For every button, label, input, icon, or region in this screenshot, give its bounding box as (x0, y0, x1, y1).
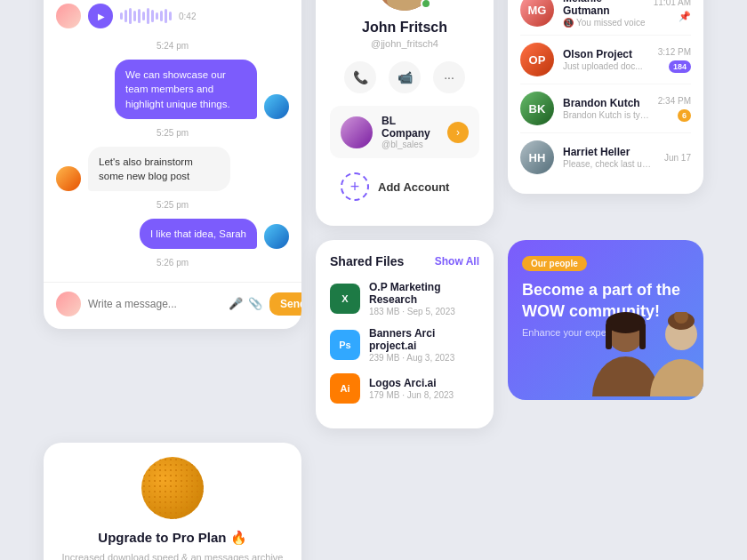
account-info: BL Company @bl_sales (382, 115, 438, 149)
cl-preview-3: Brandon Kutch is typing... (563, 110, 649, 120)
figure-1 (592, 312, 659, 400)
send-button[interactable]: Send (269, 292, 301, 316)
svg-point-3 (592, 356, 659, 396)
waveform (120, 7, 172, 25)
cl-info-2: Olson Project Just uploaded doc... (563, 48, 649, 71)
file-name-2: Banners Arci project.ai (369, 327, 479, 352)
cl-preview-4: Please, check last updates... (563, 159, 655, 169)
chatlist-item-2[interactable]: OP Olson Project Just uploaded doc... 3:… (520, 36, 691, 84)
file-name-3: Logos Arci.ai (369, 377, 479, 389)
bubble-2: Let's also brainstorm some new blog post (88, 147, 230, 191)
account-handle: @bl_sales (382, 140, 438, 149)
cl-time-2: 3:12 PM (658, 47, 691, 57)
input-icons: 🎤 📎 (229, 297, 262, 310)
files-header: Shared Files Show All (330, 254, 479, 268)
file-meta-3: 179 MB · Jun 8, 2023 (369, 390, 479, 400)
file-icon-ai: Ai (330, 373, 360, 404)
online-indicator (421, 0, 431, 9)
more-action[interactable]: ··· (433, 61, 465, 93)
account-avatar (341, 116, 373, 148)
cl-time-1: 11:01 AM (654, 0, 691, 7)
chat-messages: ▶ 0:42 5:24 pm (44, 0, 301, 278)
timestamp-2: 5:25 pm (56, 128, 289, 138)
chatlist-item-1[interactable]: MG Melanie Gutmann 📵 You missed voice ca… (520, 0, 691, 36)
missed-call-icon: 📵 (563, 18, 574, 28)
profile-card: John Fritsch @jjohn_fritsch4 📞 📹 ··· BL … (316, 0, 494, 226)
bubble-1: We can showcase our team members and hig… (115, 60, 257, 118)
file-icon-ps: Ps (330, 330, 360, 360)
svg-rect-6 (606, 323, 612, 349)
cl-time-3: 2:34 PM (658, 96, 691, 106)
sender-avatar-2 (56, 166, 81, 191)
chatlist-item-3[interactable]: BK Brandon Kutch Brandon Kutch is typing… (520, 84, 691, 133)
linked-account[interactable]: BL Company @bl_sales › (330, 106, 479, 158)
svg-point-1 (387, 0, 422, 11)
sphere-texture (141, 457, 204, 519)
cl-name-1: Melanie Gutmann (563, 0, 645, 17)
chat-input-area: 🎤 📎 Send (44, 282, 301, 329)
incoming-message-1: Let's also brainstorm some new blog post (56, 147, 289, 191)
account-name: BL Company (382, 115, 438, 140)
file-info-1: O.P Marketing Research 183 MB · Sep 5, 2… (369, 281, 479, 316)
show-all-link[interactable]: Show All (435, 255, 479, 268)
cl-right-3: 2:34 PM 6 (658, 96, 691, 122)
upgrade-subtitle: Increased download speed & an messages a… (58, 551, 287, 560)
play-icon: ▶ (98, 12, 105, 21)
file-item-1[interactable]: X O.P Marketing Research 183 MB · Sep 5,… (330, 281, 479, 316)
mic-icon[interactable]: 🎤 (229, 297, 243, 310)
message-input[interactable] (88, 298, 221, 310)
cl-avatar-3: BK (520, 92, 554, 125)
chatlist-card: 🔍 ✏ MG Melanie Gutmann 📵 You missed voic… (508, 0, 703, 194)
add-account-label: Add Account (378, 180, 449, 194)
profile-handle: @jjohn_fritsch4 (330, 38, 479, 49)
svg-rect-7 (639, 323, 646, 349)
input-avatar (56, 292, 81, 316)
files-card: Shared Files Show All X O.P Marketing Re… (316, 240, 494, 428)
community-tag: Our people (522, 256, 587, 271)
outgoing-message-2: I like that idea, Sarah (56, 219, 289, 249)
file-info-3: Logos Arci.ai 179 MB · Jun 8, 2023 (369, 377, 479, 400)
community-card: Our people Become a part of the WOW comm… (508, 240, 703, 400)
cl-name-2: Olson Project (563, 48, 649, 60)
cl-name-3: Brandon Kutch (563, 97, 649, 109)
cl-avatar-4: HH (520, 140, 554, 174)
video-action[interactable]: 📹 (389, 61, 421, 93)
file-item-2[interactable]: Ps Banners Arci project.ai 239 MB · Aug … (330, 327, 479, 363)
timestamp-4: 5:26 pm (56, 258, 289, 268)
play-button[interactable]: ▶ (88, 4, 113, 28)
file-name-1: O.P Marketing Research (369, 281, 479, 306)
figure-2 (650, 312, 703, 400)
file-item-3[interactable]: Ai Logos Arci.ai 179 MB · Jun 8, 2023 (330, 373, 479, 404)
cl-avatar-2: OP (520, 43, 554, 76)
chatlist-item-4[interactable]: HH Harriet Heller Please, check last upd… (520, 133, 691, 181)
file-icon-excel: X (330, 284, 360, 314)
profile-actions: 📞 📹 ··· (330, 61, 479, 93)
chat-card: 🐦 Marketing Team Alice it typing... +3 ·… (44, 0, 301, 329)
cl-preview-1: 📵 You missed voice call (563, 18, 645, 28)
cl-badge-2: 184 (669, 60, 691, 73)
file-info-2: Banners Arci project.ai 239 MB · Aug 3, … (369, 327, 479, 363)
upgrade-card: Upgrade to Pro Plan 🔥 Increased download… (44, 443, 301, 560)
timestamp-1: 5:24 pm (56, 41, 289, 51)
upgrade-sphere (141, 457, 204, 519)
phone-action[interactable]: 📞 (344, 61, 376, 93)
cl-right-1: 11:01 AM 📌 (654, 0, 691, 22)
cl-right-4: Jun 17 (664, 153, 691, 163)
svg-point-8 (650, 359, 703, 396)
bubble-3: I like that idea, Sarah (140, 219, 257, 249)
profile-avatar-wrap (376, 0, 433, 11)
attachment-icon[interactable]: 📎 (248, 297, 262, 310)
voice-message: ▶ 0:42 (56, 0, 289, 32)
cl-name-4: Harriet Heller (563, 146, 655, 158)
cl-info-1: Melanie Gutmann 📵 You missed voice call (563, 0, 645, 28)
voice-duration: 0:42 (179, 12, 196, 21)
own-avatar-2 (264, 224, 289, 249)
cl-time-4: Jun 17 (664, 153, 691, 163)
svg-point-5 (606, 312, 646, 333)
add-account-row[interactable]: + Add Account (330, 165, 479, 208)
profile-name: John Fritsch (330, 20, 479, 36)
account-arrow: › (447, 122, 469, 143)
cl-avatar-1: MG (520, 0, 554, 27)
add-circle-icon: + (341, 172, 369, 201)
cl-badge-3: 6 (678, 109, 691, 122)
